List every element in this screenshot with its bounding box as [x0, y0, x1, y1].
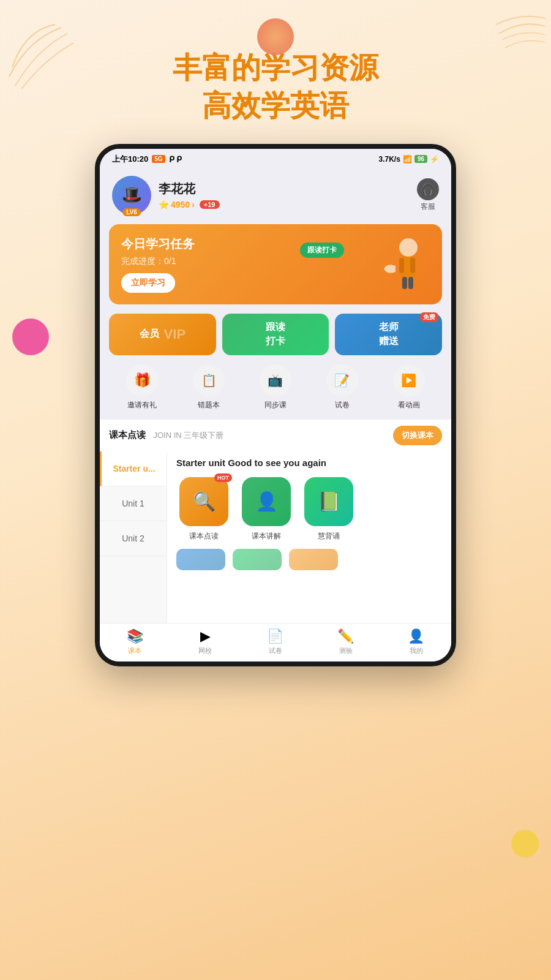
profile-name: 李花花	[159, 181, 220, 197]
switch-textbook-button[interactable]: 切换课本	[393, 426, 442, 445]
wifi-icon: 📶	[403, 155, 412, 164]
main-content: Starter unit Good to see you again HOT 🔍…	[167, 451, 451, 623]
textbook-header: 课本点读 JOIN IN 三年级下册 切换课本	[100, 420, 451, 451]
bg-decoration-circle-top	[257, 18, 294, 55]
nav-online-school-label: 网校	[198, 646, 212, 655]
textbook-explain-label: 课本讲解	[252, 531, 281, 541]
textbook-explain-icon: 👤	[242, 477, 291, 526]
animation-label: 看动画	[398, 400, 420, 410]
sidebar-starter-label: Starter u...	[113, 464, 155, 473]
teacher-button[interactable]: 免费 老师 赠送	[335, 314, 442, 355]
nav-test[interactable]: ✏️ 测验	[310, 628, 381, 655]
status-speed: 3.7K/s	[379, 155, 400, 164]
sidebar-item-unit2[interactable]: Unit 2	[100, 521, 167, 556]
bottom-nav: 📚 课本 ▶ 网校 📄 试卷 ✏️ 测验 👤 我的	[100, 623, 451, 662]
icon-synccourse[interactable]: 📺 同步课	[260, 364, 291, 410]
textbook-subtitle: JOIN IN 三年级下册	[153, 431, 223, 440]
nav-mine-label: 我的	[410, 646, 423, 655]
feature-buttons: 会员 VIP 跟读 打卡 免费 老师 赠送	[109, 314, 442, 355]
follow-badge: 跟读打卡	[300, 243, 344, 258]
star-icon: ⭐	[159, 200, 169, 209]
task-progress: 完成进度：0/1	[121, 256, 195, 267]
bg-decoration-lines-tl	[6, 18, 80, 92]
svg-rect-2	[399, 258, 404, 273]
nav-test-icon: ✏️	[337, 628, 354, 644]
icon-grid: 🎁 邀请有礼 📋 错题本 📺 同步课 📝 试卷 ▶️ 看动画	[109, 364, 442, 410]
icon-animation[interactable]: ▶️ 看动画	[393, 364, 425, 410]
textbook-title-group: 课本点读 JOIN IN 三年级下册	[109, 429, 223, 441]
bg-decoration-lines-tr	[459, 6, 545, 55]
sidebar-item-starter[interactable]: Starter u...	[100, 451, 167, 486]
customer-service-label: 客服	[421, 202, 435, 211]
status-left: 上午10:20 5G ᑭ ᑭ	[112, 154, 182, 165]
partial-card-3	[289, 549, 338, 570]
nav-exam[interactable]: 📄 试卷	[241, 628, 311, 655]
nav-mine-icon: 👤	[408, 628, 424, 644]
status-bar: 上午10:20 5G ᑭ ᑭ 3.7K/s 📶 96 ⚡	[100, 149, 451, 170]
nav-mine[interactable]: 👤 我的	[381, 628, 451, 655]
partial-card-2	[233, 549, 282, 570]
textbook-read-label: 课本点读	[189, 531, 219, 541]
synccourse-label: 同步课	[264, 400, 287, 410]
partial-card-1	[176, 549, 225, 570]
teacher-figure	[369, 235, 430, 293]
task-title: 今日学习任务	[121, 236, 195, 252]
exam-label: 试卷	[335, 400, 350, 410]
profile-info: 李花花 ⭐ 4950 › +19	[159, 181, 220, 209]
svg-rect-5	[408, 277, 413, 289]
teacher-line2: 赠送	[379, 335, 399, 348]
textbook-read-icon: HOT 🔍	[179, 477, 228, 526]
followread-button[interactable]: 跟读 打卡	[222, 314, 329, 355]
star-value: 4950	[171, 200, 190, 209]
content-title: Starter unit Good to see you again	[176, 458, 442, 468]
smart-recite-icon: 📗	[304, 477, 353, 526]
nav-online-school[interactable]: ▶ 网校	[170, 628, 241, 655]
vip-text: VIP	[164, 326, 186, 342]
free-badge: 免费	[420, 312, 438, 322]
svg-rect-4	[402, 277, 407, 289]
star-arrow: ›	[192, 200, 195, 209]
study-button[interactable]: 立即学习	[121, 273, 175, 293]
card-smart-recite[interactable]: 📗 慧背诵	[301, 477, 356, 541]
phone-screen: 上午10:20 5G ᑭ ᑭ 3.7K/s 📶 96 ⚡ 🎩 LV6 李花花	[95, 144, 456, 666]
nav-textbook-icon: 📚	[127, 628, 143, 644]
profile-stats: ⭐ 4950 › +19	[159, 200, 220, 209]
status-time: 上午10:20	[112, 154, 148, 165]
sidebar-item-unit1[interactable]: Unit 1	[100, 486, 167, 521]
phone-mockup: 上午10:20 5G ᑭ ᑭ 3.7K/s 📶 96 ⚡ 🎩 LV6 李花花	[0, 144, 551, 666]
cards-grid: HOT 🔍 课本点读 👤 课本讲解 📗	[176, 477, 442, 541]
wrongbook-label: 错题本	[198, 400, 220, 410]
card-textbook-read[interactable]: HOT 🔍 课本点读	[176, 477, 231, 541]
textbook-title: 课本点读	[109, 429, 146, 440]
bg-decoration-pink-circle	[12, 318, 49, 355]
followread-line2: 打卡	[266, 335, 285, 348]
content-area: Starter u... Unit 1 Unit 2 Starter unit …	[100, 451, 451, 623]
icon-exam[interactable]: 📝 试卷	[326, 364, 358, 410]
nav-textbook-label: 课本	[128, 646, 141, 655]
hot-tag: HOT	[214, 473, 232, 482]
battery-icon: 96	[414, 155, 427, 163]
sidebar-unit2-label: Unit 2	[122, 533, 144, 543]
avatar[interactable]: 🎩 LV6	[112, 176, 151, 215]
svg-rect-3	[410, 258, 415, 273]
customer-service[interactable]: 🎧 客服	[417, 178, 439, 212]
nav-exam-icon: 📄	[267, 628, 283, 644]
icon-invite[interactable]: 🎁 邀请有礼	[126, 364, 158, 410]
nav-online-school-icon: ▶	[200, 628, 211, 644]
status-icons: ᑭ ᑭ	[169, 154, 182, 164]
partial-cards-row	[176, 549, 442, 570]
exam-icon: 📝	[326, 364, 358, 396]
invite-label: 邀请有礼	[127, 400, 157, 410]
nav-textbook[interactable]: 📚 课本	[100, 628, 170, 655]
profile-left[interactable]: 🎩 LV6 李花花 ⭐ 4950 › +19	[112, 176, 220, 215]
battery-bolt: ⚡	[430, 155, 439, 164]
profile-area: 🎩 LV6 李花花 ⭐ 4950 › +19 🎧	[100, 170, 451, 224]
task-banner[interactable]: 今日学习任务 完成进度：0/1 立即学习 跟读打卡	[109, 224, 442, 304]
unit-sidebar: Starter u... Unit 1 Unit 2	[100, 451, 167, 623]
icon-wrongbook[interactable]: 📋 错题本	[193, 364, 225, 410]
card-textbook-explain[interactable]: 👤 课本讲解	[239, 477, 294, 541]
customer-service-icon: 🎧	[417, 178, 439, 200]
teacher-line1: 老师	[379, 321, 399, 334]
vip-button[interactable]: 会员 VIP	[109, 314, 216, 355]
task-info: 今日学习任务 完成进度：0/1 立即学习	[121, 236, 195, 293]
